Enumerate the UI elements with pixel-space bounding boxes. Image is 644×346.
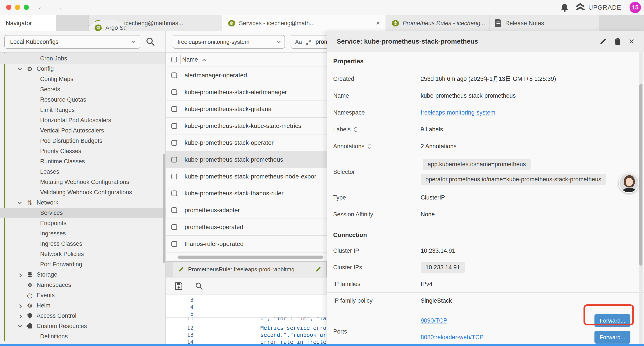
row-checkbox[interactable] <box>172 123 177 129</box>
editor-search-icon[interactable] <box>195 282 203 290</box>
close-panel-icon[interactable]: × <box>629 36 634 46</box>
table-row[interactable]: kube-prometheus-stack-prometheus <box>166 151 326 168</box>
property-row: Session Affinity None <box>327 206 644 223</box>
table-row[interactable]: prometheus-operated <box>166 219 326 236</box>
table-row[interactable]: kube-prometheus-stack-thanos-ruler <box>166 185 326 202</box>
sidebar-item[interactable]: ⚙ ⇅ ❖ ◷ ☸ Port Forwarding <box>0 259 166 270</box>
editor-tab-partial[interactable] <box>310 262 326 277</box>
expand-chevron-icon <box>18 324 22 327</box>
scrollbar-thumb[interactable] <box>640 84 642 266</box>
select-all-checkbox[interactable] <box>172 57 177 62</box>
match-case-toggle[interactable]: Aa <box>295 38 302 45</box>
sidebar-item[interactable]: ⚙ ⇅ ❖ ◷ ☸ Ingresses <box>0 228 166 239</box>
table-row[interactable]: kube-prometheus-stack-alertmanager <box>166 84 326 101</box>
sidebar-item[interactable]: ⚙ ⇅ ❖ ◷ ☸ Network Policies <box>0 249 166 259</box>
close-tab-icon[interactable]: × <box>376 19 380 27</box>
sort-toggle-icon[interactable] <box>355 127 357 132</box>
row-checkbox[interactable] <box>172 207 177 213</box>
sidebar-item[interactable]: ⚙ ⇅ ❖ ◷ ☸ Runtime Classes <box>0 156 166 167</box>
forward-button[interactable]: Forward... <box>594 331 630 344</box>
sidebar-item[interactable]: ⚙ ⇅ ❖ ◷ ☸ Pod Disruption Budgets <box>0 136 166 146</box>
sidebar-item[interactable]: ⚙ ⇅ ❖ ◷ ☸ Resource Quotas <box>0 95 166 105</box>
sidebar-item[interactable]: ⚙ ⇅ ❖ ◷ ☸ Storage <box>0 270 166 280</box>
close-window-button[interactable] <box>6 4 12 10</box>
table-row[interactable]: kube-prometheus-stack-kube-state-metrics <box>166 118 326 134</box>
sort-toggle-icon[interactable] <box>368 144 371 149</box>
table-row[interactable]: kube-prometheus-stack-prometheus-node-ex… <box>166 168 326 185</box>
table-row[interactable]: alertmanager-operated <box>166 67 326 84</box>
sidebar-item[interactable]: ⚙ ⇅ ❖ ◷ ☸ Cron Jobs <box>0 53 166 64</box>
sidebar-item[interactable]: ⚙ ⇅ ❖ ◷ ☸ Priority Classes <box>0 146 166 156</box>
yaml-editor[interactable]: 3 metadata: 4 annotations: 5 <box>166 295 326 344</box>
editor-tab[interactable]: PrometheusRule: freeleaps-prod-rabbitmq <box>173 262 310 277</box>
notification-count-badge[interactable]: 15 <box>630 2 641 13</box>
row-checkbox[interactable] <box>172 174 177 179</box>
sidebar-item[interactable]: ⚙ ⇅ ❖ ◷ ☸ Leases <box>0 167 166 177</box>
forward-button[interactable]: → <box>54 2 63 11</box>
namespace-select[interactable]: freeleaps-monitoring-system <box>173 35 285 49</box>
edit-pencil-icon[interactable] <box>599 38 607 45</box>
sidebar-item[interactable]: ⚙ ⇅ ❖ ◷ ☸ Events <box>0 290 166 301</box>
regex-toggle[interactable]: * <box>306 38 311 45</box>
app-tab[interactable]: ☸ Prometheus Rules - icecheng... <box>386 15 489 31</box>
row-checkbox[interactable] <box>172 140 177 146</box>
delete-trash-icon[interactable] <box>614 37 621 45</box>
table-row[interactable]: thanos-ruler-operated <box>166 236 326 253</box>
sidebar-search-icon[interactable] <box>146 37 155 46</box>
row-checkbox[interactable] <box>172 191 177 196</box>
expand-chevron-icon <box>18 200 22 204</box>
sidebar-item[interactable]: ⚙ ⇅ ❖ ◷ ☸ Validating Webhook Configurati… <box>0 187 166 198</box>
notifications-bell-icon[interactable] <box>560 3 569 13</box>
save-icon[interactable] <box>174 282 183 290</box>
sidebar-item[interactable]: ⚙ ⇅ ❖ ◷ ☸ Config <box>0 64 166 74</box>
row-checkbox[interactable] <box>172 89 177 95</box>
sidebar-item[interactable]: ⚙ ⇅ ❖ ◷ ☸ Namespaces <box>0 280 166 290</box>
sidebar-item[interactable]: ⚙ ⇅ ❖ ◷ ☸ Definitions <box>0 331 166 342</box>
sidebar-item[interactable]: ⚙ ⇅ ❖ ◷ ☸ Horizontal Pod Autoscalers <box>0 115 166 125</box>
sidebar-item[interactable]: ⚙ ⇅ ❖ ◷ ☸ Ingress Classes <box>0 239 166 249</box>
sidebar-item[interactable]: ⚙ ⇅ ❖ ◷ ☸ Mutating Webhook Configuration… <box>0 177 166 187</box>
app-tab[interactable]: Release Notes <box>489 15 599 31</box>
port-link[interactable]: 8080:reloader-web/TCP <box>421 334 484 341</box>
back-button[interactable]: ← <box>37 2 46 11</box>
sort-ascending-icon <box>202 59 206 63</box>
namespace-link[interactable]: freeleaps-monitoring-system <box>421 109 496 116</box>
sidebar-item[interactable]: ⚙ ⇅ ❖ ◷ ☸ Access Control <box>0 311 166 321</box>
row-checkbox[interactable] <box>172 241 177 247</box>
network-arrows-icon: ⇅ <box>26 199 34 207</box>
avatar[interactable] <box>618 173 639 193</box>
row-checkbox[interactable] <box>172 72 177 78</box>
sidebar-item[interactable]: ⚙ ⇅ ❖ ◷ ☸ Custom Resources <box>0 321 166 331</box>
sidebar-scrollbar[interactable] <box>163 154 165 263</box>
row-checkbox[interactable] <box>172 224 177 230</box>
sidebar-item[interactable]: ⚙ ⇅ ❖ ◷ ☸ Network <box>0 198 166 208</box>
edit-pencil-icon <box>315 266 321 272</box>
kubeconfig-select[interactable]: Local Kubeconfigs <box>4 35 140 49</box>
row-checkbox[interactable] <box>172 157 177 162</box>
scrollbar-thumb[interactable] <box>178 256 323 259</box>
sidebar-item[interactable]: ⚙ ⇅ ❖ ◷ ☸ Vertical Pod Autoscalers <box>0 125 166 136</box>
sidebar-item[interactable]: ⚙ ⇅ ❖ ◷ ☸ Secrets <box>0 84 166 95</box>
maximize-window-button[interactable] <box>24 4 29 10</box>
minimize-window-button[interactable] <box>15 4 20 10</box>
row-checkbox[interactable] <box>172 106 177 112</box>
line-number: 12 <box>166 325 194 331</box>
sidebar-item[interactable]: ⚙ ⇅ ❖ ◷ ☸ Config Maps <box>0 74 166 84</box>
table-row[interactable]: kube-prometheus-stack-operator <box>166 134 326 151</box>
table-row[interactable]: kube-prometheus-stack-grafana <box>166 101 326 118</box>
sidebar-item[interactable]: ⚙ ⇅ ❖ ◷ ☸ Limit Ranges <box>0 105 166 115</box>
sidebar-item[interactable]: ⚙ ⇅ ❖ ◷ ☸ Helm <box>0 301 166 311</box>
events-clock-icon: ◷ <box>26 292 34 299</box>
window-bottom-accent-bar <box>0 344 644 346</box>
sidebar-item[interactable]: ⚙ ⇅ ❖ ◷ ☸ Services <box>0 208 166 218</box>
table-search-input[interactable]: Aa * prome <box>291 35 326 49</box>
tab-bar: ☸ Pods - icecheng@mathmas... ☸ Services … <box>88 15 599 31</box>
port-link[interactable]: 9090/TCP <box>421 317 448 324</box>
sidebar-item[interactable]: ⚙ ⇅ ❖ ◷ ☸ Endpoints <box>0 218 166 228</box>
name-column-header[interactable]: Name <box>182 56 198 63</box>
upgrade-button[interactable]: UPGRADE <box>575 3 621 12</box>
table-row[interactable]: prometheus-adapter <box>166 202 326 219</box>
app-tab[interactable]: ☸ Services - icecheng@math... × <box>222 15 386 31</box>
line-number: 13 <box>166 332 194 338</box>
navigator-panel-tab[interactable]: Navigator <box>0 15 56 31</box>
